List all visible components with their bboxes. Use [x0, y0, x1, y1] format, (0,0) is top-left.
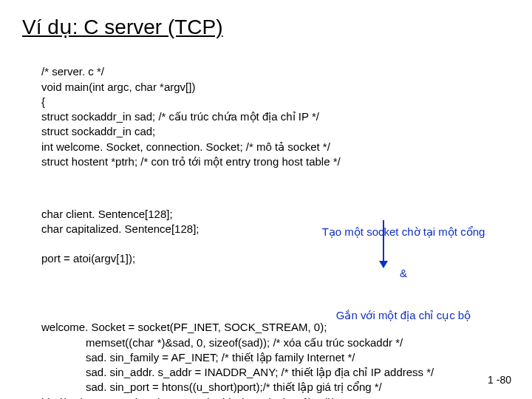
- callout-text: Tạo một socket chờ tại một cổng & Gắn vớ…: [300, 198, 507, 350]
- code-line: struct hostent *ptrh; /* con trỏ tới một…: [41, 155, 341, 168]
- code-line: struct sockaddr_in cad;: [41, 125, 155, 137]
- code-block-mid-wrap: char client. Sentence[128]; char capital…: [41, 175, 510, 296]
- code-line: char capitalized. Sentence[128];: [41, 222, 199, 235]
- code-line: struct sockaddr_in sad; /* cấu trúc chứa…: [41, 110, 319, 123]
- code-line: /* server. c */: [41, 65, 104, 78]
- slide: Ví dụ: C server (TCP) /* server. c */ vo…: [0, 0, 532, 399]
- code-block-declarations: /* server. c */ void main(int argc, char…: [41, 50, 510, 169]
- code-line: sad. sin_port = htons((u_short)port);/* …: [41, 380, 382, 395]
- code-line: {: [41, 95, 45, 108]
- page-number: 1 -80: [488, 374, 511, 386]
- code-line: void main(int argc, char *argv[]): [41, 81, 195, 93]
- callout-line: Tạo một socket chờ tại một cổng: [300, 225, 507, 239]
- code-line: port = atoi(argv[1]);: [41, 252, 135, 265]
- code-block-buffers: char client. Sentence[128]; char capital…: [41, 207, 199, 267]
- code-line: int welcome. Socket, connection. Socket;…: [41, 140, 330, 153]
- callout-line: &: [300, 267, 507, 281]
- code-line: welcome. Socket = socket(PF_INET, SOCK_S…: [41, 321, 327, 333]
- code-line: bind(welcome. Socket, (struct sockaddr *…: [41, 396, 338, 400]
- slide-title: Ví dụ: C server (TCP): [22, 15, 510, 39]
- code-line: char client. Sentence[128];: [41, 208, 173, 220]
- callout-line: Gắn với một địa chỉ cục bộ: [300, 309, 507, 323]
- arrow-down-icon: [383, 220, 384, 267]
- mid-row: char client. Sentence[128]; char capital…: [41, 207, 510, 267]
- code-line: sad. sin_family = AF_INET; /* thiết lập …: [41, 350, 355, 365]
- code-line: sad. sin_addr. s_addr = INADDR_ANY; /* t…: [41, 365, 434, 380]
